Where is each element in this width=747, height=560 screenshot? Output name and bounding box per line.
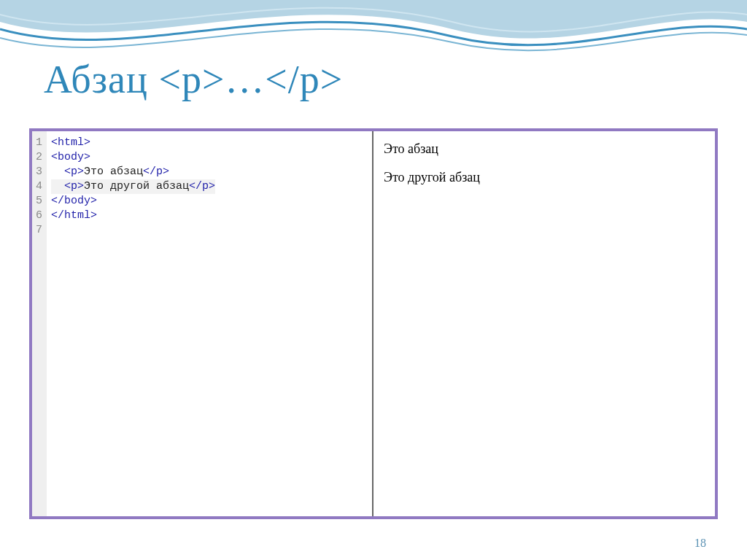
paragraph-2: Это другой абзац [384, 170, 705, 185]
line-number: 3 [35, 165, 42, 179]
line-number: 4 [35, 179, 42, 194]
code-line: <p>Это абзац</p> [51, 165, 215, 179]
code-line [51, 223, 215, 238]
slide-title: Абзац <p>…</p> [44, 57, 343, 102]
code-editor: 1234567 <html><body> <p>Это абзац</p> <p… [32, 131, 374, 516]
code-line: </html> [51, 209, 215, 223]
line-number: 1 [35, 136, 42, 150]
line-number: 2 [35, 150, 42, 165]
code-content: <html><body> <p>Это абзац</p> <p>Это дру… [47, 131, 220, 516]
code-line: <p>Это другой абзац</p> [51, 179, 215, 194]
line-number: 5 [35, 194, 42, 209]
decorative-wave [0, 0, 747, 66]
line-number: 6 [35, 209, 42, 223]
code-line: <html> [51, 136, 215, 150]
rendered-output: Это абзац Это другой абзац [374, 131, 715, 516]
line-number: 7 [35, 223, 42, 238]
code-line: <body> [51, 150, 215, 165]
example-panel: 1234567 <html><body> <p>Это абзац</p> <p… [29, 128, 718, 519]
code-line: </body> [51, 194, 215, 209]
paragraph-1: Это абзац [384, 141, 705, 157]
line-number-gutter: 1234567 [32, 131, 47, 516]
page-number: 18 [694, 537, 706, 550]
